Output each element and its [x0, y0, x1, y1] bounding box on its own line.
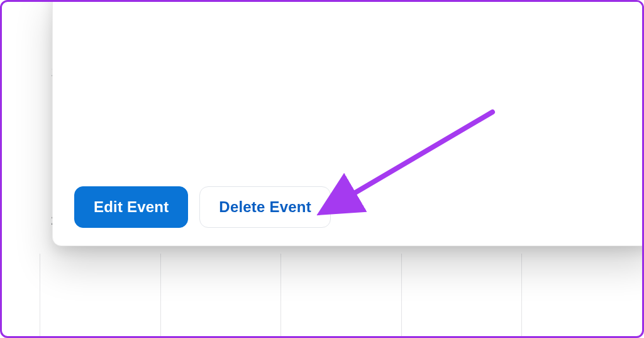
- calendar-column-grid: [40, 254, 642, 336]
- delete-event-button-label: Delete Event: [219, 198, 311, 216]
- edit-event-button-label: Edit Event: [94, 198, 169, 216]
- delete-event-button[interactable]: Delete Event: [199, 186, 330, 228]
- screenshot-inner: 1 2 Edit Event Delete Event: [2, 2, 642, 336]
- screenshot-frame: 1 2 Edit Event Delete Event: [0, 0, 644, 338]
- edit-event-button[interactable]: Edit Event: [74, 186, 188, 228]
- event-modal: Edit Event Delete Event: [52, 0, 644, 246]
- modal-action-bar: Edit Event Delete Event: [74, 186, 331, 228]
